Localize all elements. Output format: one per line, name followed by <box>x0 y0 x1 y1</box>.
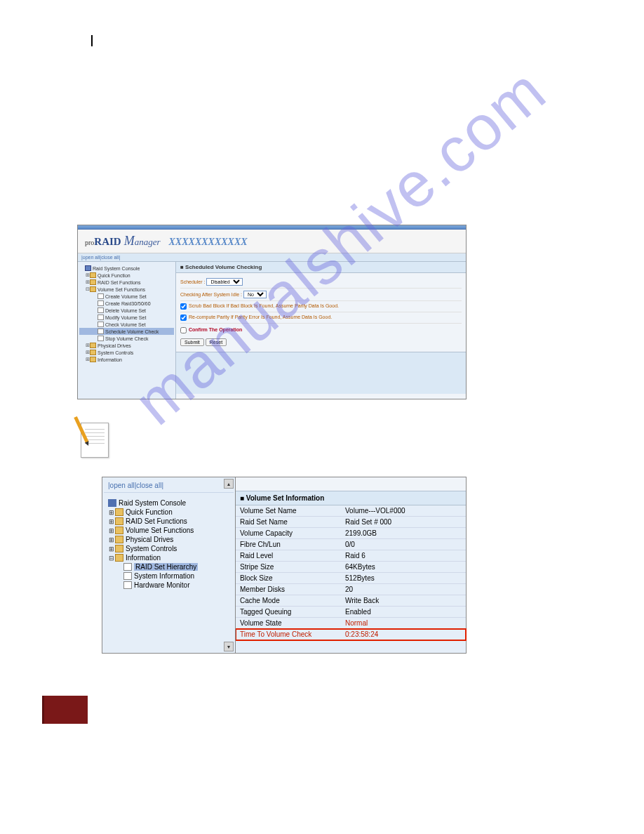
tree-raidset-functions[interactable]: ⊞RAID Set Functions <box>104 517 234 526</box>
header-area: proRAID Manager XXXXXXXXXXXX <box>78 230 466 253</box>
table-row: Raid Set NameRaid Set # 000 <box>236 517 466 528</box>
idle-select[interactable]: No <box>243 291 267 298</box>
table-row: Raid LevelRaid 6 <box>236 550 466 562</box>
panel-title-text: Scheduled Volume Checking <box>185 264 262 270</box>
info-value: Enabled <box>341 607 466 618</box>
tree-modify-volume[interactable]: Modify Volume Set <box>79 314 174 321</box>
tree-label: RAID Set Hierarchy <box>134 563 198 571</box>
tree-volumeset-functions[interactable]: ⊟Volume Set Functions <box>79 286 174 293</box>
tree-physical-drives[interactable]: ⊞Physical Drives <box>104 535 234 544</box>
tree-information[interactable]: ⊟Information <box>104 553 234 562</box>
table-row: Stripe Size64KBytes <box>236 562 466 573</box>
computer-icon <box>85 265 91 271</box>
scrub-checkbox[interactable] <box>180 303 187 310</box>
logo: proRAID Manager XXXXXXXXXXXX <box>85 234 248 249</box>
tree-quick-function[interactable]: ⊞Quick Function <box>79 272 174 279</box>
tree-volumeset-functions[interactable]: ⊞Volume Set Functions <box>104 526 234 535</box>
folder-icon <box>90 350 96 355</box>
file-icon <box>98 307 104 313</box>
scheduler-label: Scheduler : <box>180 279 205 284</box>
info-key: Volume Capacity <box>236 528 341 539</box>
tree-label: Stop Volume Check <box>105 336 148 341</box>
info-key: Raid Level <box>236 550 341 562</box>
scroll-up-button[interactable]: ▴ <box>224 479 234 489</box>
confirm-checkbox[interactable] <box>180 327 187 333</box>
info-key: Stripe Size <box>236 562 341 573</box>
info-value: 2199.0GB <box>341 528 466 539</box>
close-all-link[interactable]: close all <box>136 482 161 489</box>
file-icon <box>123 581 132 589</box>
scheduler-select[interactable]: Disabled <box>206 278 243 286</box>
submit-button[interactable]: Submit <box>180 338 204 346</box>
logo-anager: anager <box>135 237 161 247</box>
folder-icon <box>90 272 96 278</box>
idle-row: Checking After System Idle : No <box>180 289 462 301</box>
tree-console[interactable]: Raid System Console <box>104 498 234 508</box>
file-icon <box>123 563 132 571</box>
info-value: 0:23:58:24 <box>341 629 466 640</box>
tree-create-volume[interactable]: Create Volume Set <box>79 293 174 300</box>
logo-pro: pro <box>85 239 94 246</box>
logo-m: M <box>124 234 135 248</box>
info-value: 512Bytes <box>341 573 466 584</box>
tree-system-controls[interactable]: ⊞System Controls <box>79 349 174 356</box>
folder-icon <box>115 517 123 525</box>
tree-label: Raid System Console <box>93 266 140 271</box>
confirm-row: Confirm The Operation <box>180 324 462 336</box>
table-row: Fibre Ch/Lun0/0 <box>236 539 466 550</box>
tree-schedule-volume-check[interactable]: Schedule Volume Check <box>79 328 174 335</box>
computer-icon <box>108 499 116 507</box>
cursor-mark <box>91 35 93 46</box>
close-all-link[interactable]: close all <box>101 255 119 260</box>
tree-stop-volume-check[interactable]: Stop Volume Check <box>79 335 174 342</box>
info-value: Raid Set # 000 <box>341 517 466 528</box>
folder-icon <box>115 508 123 516</box>
tree-raid-set-hierarchy[interactable]: RAID Set Hierarchy <box>104 562 234 571</box>
tree-label: Information <box>126 554 161 562</box>
table-row: Tagged QueuingEnabled <box>236 607 466 618</box>
tree-create-raid30[interactable]: Create Raid30/50/60 <box>79 300 174 307</box>
tree-label: Quick Function <box>98 273 130 278</box>
footer-box <box>42 696 88 724</box>
folder-icon <box>90 357 96 362</box>
tree-system-information[interactable]: System Information <box>104 571 234 581</box>
file-icon <box>98 322 104 327</box>
file-icon <box>123 572 132 580</box>
open-all-link[interactable]: open all <box>110 482 135 489</box>
folder-icon <box>115 545 123 552</box>
tree-label: Create Volume Set <box>105 294 147 299</box>
file-icon <box>98 293 104 299</box>
scrub-label: Scrub Bad Block If Bad Block Is Found, A… <box>189 303 339 308</box>
open-all-link[interactable]: open all <box>83 255 100 260</box>
tree-system-controls[interactable]: ⊞System Controls <box>104 544 234 553</box>
tree-label: Information <box>98 357 122 362</box>
tree-quick-function[interactable]: ⊞Quick Function <box>104 508 234 517</box>
tree-check-volume[interactable]: Check Volume Set <box>79 321 174 328</box>
tree-delete-volume[interactable]: Delete Volume Set <box>79 307 174 314</box>
toolbar2: |open all|close all| <box>104 480 234 493</box>
proraid-manager-window: proRAID Manager XXXXXXXXXXXX |open all|c… <box>77 225 467 399</box>
info-key: Volume Set Name <box>236 505 341 517</box>
table-row: Member Disks20 <box>236 584 466 595</box>
tree-console[interactable]: Raid System Console <box>79 265 174 272</box>
info-value: 0/0 <box>341 539 466 550</box>
recompute-checkbox[interactable] <box>180 315 187 321</box>
info-key: Tagged Queuing <box>236 607 341 618</box>
scroll-down-button[interactable]: ▾ <box>224 642 234 651</box>
tree-label: System Controls <box>126 545 177 552</box>
tree-hardware-monitor[interactable]: Hardware Monitor <box>104 581 234 590</box>
tree-physical-drives[interactable]: ⊞Physical Drives <box>79 342 174 349</box>
reset-button[interactable]: Reset <box>206 338 227 346</box>
info-value: Write Back <box>341 595 466 607</box>
file-icon <box>98 300 104 306</box>
info-key: Block Size <box>236 573 341 584</box>
panel2-title-text: Volume Set Information <box>246 494 325 502</box>
tree-information[interactable]: ⊞Information <box>79 356 174 363</box>
tree-label: Hardware Monitor <box>134 581 189 589</box>
tree-label: Modify Volume Set <box>105 315 146 320</box>
tree-raidset-functions[interactable]: ⊞RAID Set Functions <box>79 279 174 286</box>
table-row: Volume StateNormal <box>236 618 466 629</box>
info-value: 20 <box>341 584 466 595</box>
scrub-row: Scrub Bad Block If Bad Block Is Found, A… <box>180 301 462 312</box>
folder-icon <box>90 343 96 348</box>
